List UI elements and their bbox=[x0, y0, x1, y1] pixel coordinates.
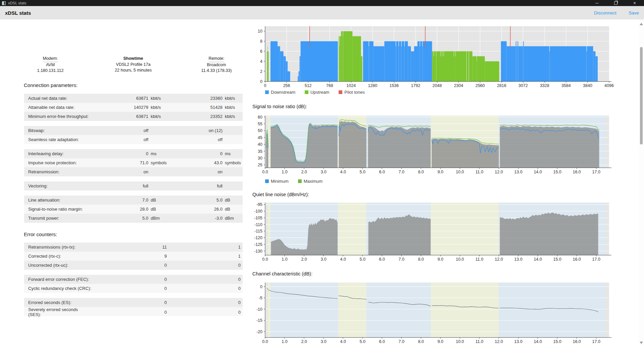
svg-text:45: 45 bbox=[258, 135, 262, 140]
svg-text:6.0: 6.0 bbox=[379, 170, 385, 174]
table-row: Actual net data rate:63671kbit/s23360kbi… bbox=[24, 94, 243, 103]
connection-parameters-table: Actual net data rate:63671kbit/s23360kbi… bbox=[24, 94, 243, 228]
svg-text:1.0: 1.0 bbox=[282, 170, 287, 174]
upstream-swatch-icon bbox=[305, 90, 308, 94]
scrollbar[interactable] bbox=[639, 19, 644, 346]
disconnect-button[interactable]: Disconnect bbox=[594, 10, 616, 15]
svg-text:17.0: 17.0 bbox=[592, 257, 600, 262]
minimize-button[interactable] bbox=[588, 0, 606, 6]
svg-text:5.0: 5.0 bbox=[360, 339, 365, 344]
svg-text:50: 50 bbox=[258, 128, 262, 133]
pilot-swatch-icon bbox=[339, 90, 342, 94]
snr-chart-title: Signal to noise ratio (dB): bbox=[252, 104, 307, 109]
svg-text:4.0: 4.0 bbox=[340, 170, 346, 174]
showtime-label: Showtime bbox=[123, 56, 143, 62]
legend-item-pilot-tones: Pilot tones bbox=[339, 90, 365, 95]
svg-text:12.0: 12.0 bbox=[495, 170, 503, 174]
showtime-info-column: Showtime VDSL2 Profile 17a 22 hours, 5 m… bbox=[115, 56, 152, 74]
svg-text:2.0: 2.0 bbox=[301, 170, 307, 174]
svg-text:6.0: 6.0 bbox=[379, 257, 385, 262]
svg-text:-130: -130 bbox=[254, 249, 262, 254]
svg-text:8.0: 8.0 bbox=[418, 257, 424, 262]
scroll-down-icon[interactable] bbox=[640, 342, 643, 344]
svg-text:14.0: 14.0 bbox=[534, 339, 542, 344]
svg-text:16.0: 16.0 bbox=[573, 170, 581, 174]
profile: VDSL2 Profile 17a bbox=[116, 62, 151, 67]
svg-text:3840: 3840 bbox=[583, 83, 592, 88]
svg-text:12.0: 12.0 bbox=[495, 339, 503, 344]
svg-text:14.0: 14.0 bbox=[534, 170, 542, 174]
svg-text:10: 10 bbox=[258, 29, 262, 34]
svg-text:4.0: 4.0 bbox=[340, 339, 346, 344]
table-row: Corrected (rtx-c):91 bbox=[24, 252, 243, 261]
qln-chart-title: Quiet line noise (dBm/Hz): bbox=[252, 192, 309, 197]
svg-text:8: 8 bbox=[260, 39, 262, 44]
svg-text:0.0: 0.0 bbox=[262, 170, 268, 174]
table-row: Uncorrected (rtx-uc):00 bbox=[24, 261, 243, 270]
qln-chart-svg: 0.01.02.03.04.05.06.07.08.09.010.011.012… bbox=[248, 199, 617, 263]
svg-text:-115: -115 bbox=[254, 229, 262, 233]
svg-text:15.0: 15.0 bbox=[553, 257, 561, 262]
svg-text:1.0: 1.0 bbox=[282, 339, 287, 344]
downstream-swatch-icon bbox=[265, 90, 269, 94]
svg-text:3072: 3072 bbox=[518, 83, 528, 88]
table-row: Line attenuation:7.0dB5.0dB bbox=[24, 196, 243, 205]
svg-text:0: 0 bbox=[264, 83, 266, 88]
svg-text:-15: -15 bbox=[256, 318, 262, 323]
legend-item-maximum: Maximum bbox=[298, 179, 323, 184]
svg-text:25: 25 bbox=[258, 163, 262, 167]
channel-characteristic-chart: 0.01.02.03.04.05.06.07.08.09.010.011.012… bbox=[248, 279, 617, 346]
svg-text:9.0: 9.0 bbox=[438, 257, 443, 262]
table-row: Errored seconds (ES):00 bbox=[24, 298, 243, 307]
svg-text:3.0: 3.0 bbox=[320, 339, 326, 344]
svg-text:9.0: 9.0 bbox=[438, 170, 443, 174]
error-counters-table: Retransmissions (rtx-tx):111Corrected (r… bbox=[24, 243, 243, 321]
svg-text:10.0: 10.0 bbox=[456, 257, 464, 262]
legend-item-downstream: Downstream bbox=[265, 90, 295, 95]
svg-text:16.0: 16.0 bbox=[573, 257, 581, 262]
svg-text:60: 60 bbox=[258, 115, 262, 120]
svg-text:11.0: 11.0 bbox=[476, 170, 483, 174]
title-bar: xDSL stats × bbox=[0, 0, 644, 6]
snr-chart-svg: 0.01.02.03.04.05.06.07.08.09.010.011.012… bbox=[248, 111, 617, 177]
svg-text:7.0: 7.0 bbox=[399, 339, 404, 344]
app-header: xDSL stats Disconnect Save bbox=[0, 6, 644, 19]
svg-text:-10: -10 bbox=[256, 307, 262, 312]
svg-text:6: 6 bbox=[260, 49, 262, 54]
snr-chart: 0.01.02.03.04.05.06.07.08.09.010.011.012… bbox=[248, 111, 617, 178]
uptime: 22 hours, 5 minutes bbox=[115, 68, 152, 73]
svg-text:-120: -120 bbox=[254, 235, 262, 240]
minimize-icon bbox=[595, 3, 599, 3]
app-icon bbox=[2, 1, 6, 5]
table-row: Impulse noise protection:71.0symbols43.0… bbox=[24, 158, 243, 167]
save-button[interactable]: Save bbox=[629, 10, 639, 15]
svg-text:30: 30 bbox=[258, 156, 262, 161]
legend-item-upstream: Upstream bbox=[305, 90, 329, 95]
svg-text:55: 55 bbox=[258, 122, 262, 126]
restore-button[interactable] bbox=[606, 0, 625, 6]
svg-text:9.0: 9.0 bbox=[438, 339, 443, 344]
svg-text:0.0: 0.0 bbox=[262, 339, 268, 344]
legend-item-minimum: Minimum bbox=[265, 179, 289, 184]
svg-text:-5: -5 bbox=[259, 296, 262, 300]
close-button[interactable]: × bbox=[625, 0, 644, 6]
svg-text:2048: 2048 bbox=[433, 83, 442, 88]
scroll-thumb[interactable] bbox=[640, 47, 643, 144]
minimum-swatch-icon bbox=[265, 179, 269, 183]
scroll-up-icon[interactable] bbox=[640, 23, 643, 25]
svg-text:15.0: 15.0 bbox=[553, 170, 561, 174]
svg-text:2304: 2304 bbox=[454, 83, 463, 88]
svg-text:0: 0 bbox=[260, 285, 262, 289]
window-title: xDSL stats bbox=[8, 1, 27, 5]
svg-text:10.0: 10.0 bbox=[456, 170, 464, 174]
header-actions: Disconnect Save bbox=[583, 10, 639, 16]
table-row: Cyclic redundancy check (CRC):00 bbox=[24, 284, 243, 293]
svg-text:3.0: 3.0 bbox=[320, 170, 326, 174]
table-row: Transmit power:5.0dBm-3.0dBm bbox=[24, 214, 243, 223]
svg-text:13.0: 13.0 bbox=[514, 170, 522, 174]
maximum-swatch-icon bbox=[298, 179, 302, 183]
svg-text:3328: 3328 bbox=[540, 83, 549, 88]
svg-text:1536: 1536 bbox=[389, 83, 399, 88]
svg-text:-20: -20 bbox=[256, 330, 262, 334]
table-row: Bitswap:offon (12) bbox=[24, 126, 243, 135]
